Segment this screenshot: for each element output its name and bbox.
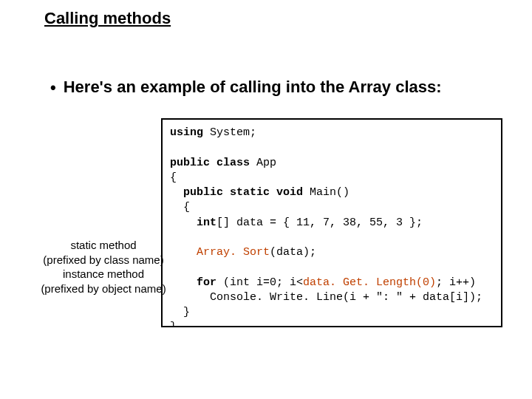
kw-using: using <box>170 126 203 139</box>
note-instance-1: instance method <box>30 267 177 282</box>
kw-public-class: public class <box>170 157 250 169</box>
kw-int: int <box>197 216 216 229</box>
slide-title: Calling methods <box>44 9 171 28</box>
tok-forcond1: (int i=0; i< <box>223 276 303 289</box>
side-notes: static method (prefixed by class name) i… <box>30 238 177 296</box>
code-box: using System; public class App { public … <box>161 118 502 327</box>
tok-rbrace2: } <box>170 321 177 327</box>
tok-sortarg: (data); <box>270 246 316 259</box>
tok-lbrace2: { <box>183 201 190 214</box>
tok-app: App <box>256 157 276 169</box>
bullet-text: Here's an example of calling into the Ar… <box>64 78 442 96</box>
bullet-dot: • <box>50 78 56 98</box>
tok-datadecl: [] data = { 11, 7, 38, 55, 3 }; <box>216 216 423 229</box>
tok-forcond2: ; i++) <box>436 276 476 289</box>
kw-for: for <box>197 276 216 289</box>
bullet-row: •Here's an example of calling into the A… <box>50 78 442 98</box>
slide: Calling methods •Here's an example of ca… <box>0 0 532 399</box>
hl-array-sort: Array. Sort <box>197 246 270 259</box>
kw-psv: public static void <box>183 186 303 199</box>
note-static-1: static method <box>30 238 177 253</box>
note-instance-2: (prefixed by object name) <box>30 282 177 296</box>
tok-console: Console. Write. Line(i + ": " + data[i])… <box>210 291 482 304</box>
tok-lbrace1: { <box>170 171 177 184</box>
tok-rbrace1: } <box>183 306 190 318</box>
hl-getlength: data. Get. Length(0) <box>303 276 436 289</box>
code-content: using System; public class App { public … <box>170 126 495 327</box>
note-static-2: (prefixed by class name) <box>30 253 177 267</box>
tok-system: System; <box>210 126 256 139</box>
tok-main: Main() <box>310 186 349 199</box>
